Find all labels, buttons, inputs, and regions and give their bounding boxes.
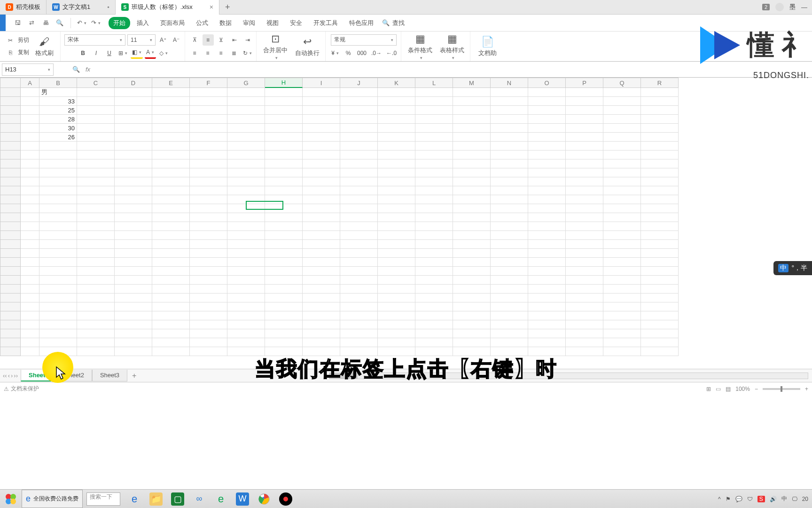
- cell[interactable]: [491, 285, 528, 294]
- cell[interactable]: [491, 204, 528, 213]
- cell[interactable]: [303, 302, 340, 311]
- cell[interactable]: [340, 195, 378, 204]
- cell[interactable]: [415, 124, 453, 133]
- cell[interactable]: [415, 329, 453, 338]
- cell[interactable]: [227, 88, 265, 97]
- cell[interactable]: [115, 177, 152, 186]
- cell[interactable]: [265, 329, 303, 338]
- cell[interactable]: [227, 177, 265, 186]
- cell[interactable]: [603, 294, 641, 302]
- cell[interactable]: [566, 285, 603, 294]
- cell[interactable]: [77, 97, 115, 106]
- cell[interactable]: [77, 249, 115, 258]
- cell[interactable]: [641, 302, 679, 311]
- search-icon[interactable]: 🔍: [382, 19, 390, 26]
- cell[interactable]: [115, 213, 152, 222]
- cell[interactable]: [115, 168, 152, 177]
- cell[interactable]: [39, 249, 77, 258]
- cell[interactable]: [453, 311, 491, 320]
- cell[interactable]: [115, 302, 152, 311]
- cell[interactable]: [227, 338, 265, 347]
- cell[interactable]: [190, 222, 227, 231]
- cell[interactable]: [641, 115, 679, 124]
- cell[interactable]: [415, 106, 453, 115]
- cell[interactable]: [415, 231, 453, 240]
- cell[interactable]: [378, 159, 415, 168]
- cell[interactable]: [152, 347, 190, 356]
- row-header[interactable]: [0, 213, 21, 222]
- row-header[interactable]: [0, 347, 21, 356]
- cell[interactable]: [190, 177, 227, 186]
- row-header[interactable]: [0, 240, 21, 249]
- cell[interactable]: [77, 213, 115, 222]
- table-style-button[interactable]: ▦ 表格样式: [437, 33, 467, 60]
- cell[interactable]: [340, 213, 378, 222]
- cell[interactable]: [641, 151, 679, 159]
- baidu-icon[interactable]: ∞: [193, 492, 206, 506]
- cell[interactable]: [528, 276, 566, 285]
- copy-icon[interactable]: ⎘: [5, 47, 16, 58]
- cell[interactable]: [415, 88, 453, 97]
- cell[interactable]: [603, 222, 641, 231]
- cell[interactable]: [340, 267, 378, 276]
- menu-data[interactable]: 数据: [215, 17, 236, 29]
- cell[interactable]: [115, 124, 152, 133]
- cell[interactable]: [415, 302, 453, 311]
- cell[interactable]: [190, 320, 227, 329]
- cell[interactable]: [378, 240, 415, 249]
- row-header[interactable]: [0, 258, 21, 267]
- cell[interactable]: [340, 329, 378, 338]
- cell[interactable]: [491, 159, 528, 168]
- cell[interactable]: [303, 294, 340, 302]
- cell[interactable]: [303, 276, 340, 285]
- cell[interactable]: [227, 159, 265, 168]
- cell[interactable]: [340, 168, 378, 177]
- row-header[interactable]: [0, 168, 21, 177]
- row-header[interactable]: [0, 267, 21, 276]
- tray-up-icon[interactable]: ^: [718, 496, 721, 502]
- sheet-nav-first-icon[interactable]: ‹‹: [3, 372, 7, 379]
- cell[interactable]: [265, 338, 303, 347]
- cell[interactable]: 25: [39, 106, 77, 115]
- cell[interactable]: [641, 347, 679, 356]
- cell[interactable]: [641, 204, 679, 213]
- cell[interactable]: [303, 159, 340, 168]
- user-avatar-icon[interactable]: [775, 3, 784, 11]
- record-icon[interactable]: [279, 492, 292, 506]
- cell[interactable]: [227, 267, 265, 276]
- cell[interactable]: [415, 133, 453, 142]
- cell[interactable]: [303, 168, 340, 177]
- zoom-in-icon[interactable]: +: [805, 386, 808, 392]
- menu-page-layout[interactable]: 页面布局: [156, 17, 189, 29]
- cell[interactable]: [152, 124, 190, 133]
- cell[interactable]: [603, 240, 641, 249]
- cell[interactable]: [190, 240, 227, 249]
- wrap-text-button[interactable]: ↩ 自动换行: [292, 33, 322, 60]
- cell[interactable]: [227, 115, 265, 124]
- cell[interactable]: [303, 151, 340, 159]
- cell[interactable]: [528, 285, 566, 294]
- col-header-e[interactable]: E: [152, 78, 190, 88]
- cell[interactable]: [491, 88, 528, 97]
- cell[interactable]: [77, 258, 115, 267]
- cell[interactable]: 28: [39, 115, 77, 124]
- cell[interactable]: [115, 240, 152, 249]
- cell[interactable]: [21, 124, 39, 133]
- cell[interactable]: [566, 97, 603, 106]
- cell[interactable]: [21, 249, 39, 258]
- underline-button[interactable]: U: [104, 48, 115, 59]
- cell[interactable]: [641, 329, 679, 338]
- cell[interactable]: [528, 124, 566, 133]
- cell[interactable]: [265, 177, 303, 186]
- cell[interactable]: [415, 311, 453, 320]
- cell[interactable]: [152, 151, 190, 159]
- cell[interactable]: [378, 276, 415, 285]
- cell[interactable]: [190, 151, 227, 159]
- zoom-content-icon[interactable]: 🔍: [72, 66, 80, 73]
- format-painter-button[interactable]: 🖌 格式刷: [31, 33, 57, 60]
- cell[interactable]: [603, 204, 641, 213]
- cell[interactable]: [77, 177, 115, 186]
- cell[interactable]: [491, 311, 528, 320]
- tray-chat-icon[interactable]: 💬: [735, 496, 742, 502]
- add-sheet-button[interactable]: +: [127, 372, 141, 380]
